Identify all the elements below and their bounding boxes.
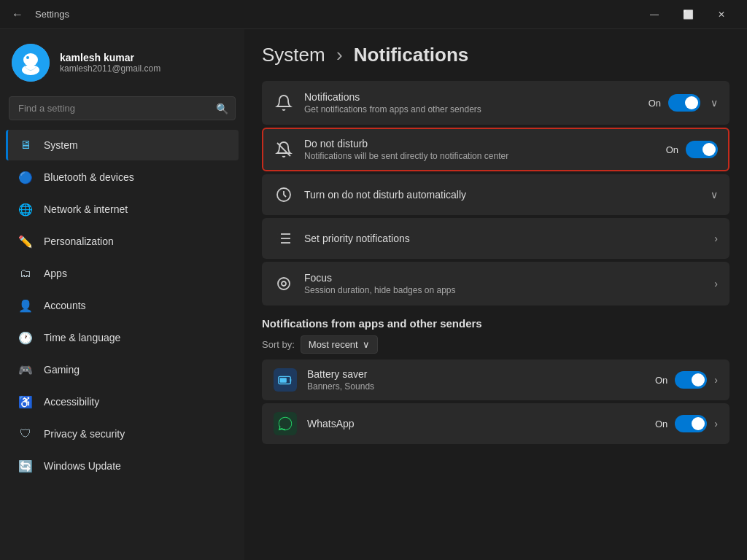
sidebar: kamlesh kumar kamlesh2011@gmail.com 🔍 🖥 … bbox=[0, 29, 244, 560]
titlebar: ← Settings — ⬜ ✕ bbox=[0, 0, 747, 29]
app-title: Settings bbox=[35, 9, 69, 20]
auto-dnd-title: Turn on do not disturb automatically bbox=[304, 189, 697, 201]
focus-icon bbox=[274, 273, 294, 294]
sort-select[interactable]: Most recent ∨ bbox=[301, 335, 378, 354]
focus-setting[interactable]: Focus Session duration, hide badges on a… bbox=[262, 262, 729, 306]
priority-arrow-icon[interactable]: › bbox=[714, 233, 718, 244]
nav-accessibility[interactable]: ♿ Accessibility bbox=[6, 386, 239, 417]
auto-dnd-setting[interactable]: Turn on do not disturb automatically ∨ bbox=[262, 174, 729, 215]
focus-title: Focus bbox=[304, 272, 704, 284]
dnd-desc: Notifications will be sent directly to n… bbox=[304, 151, 656, 161]
priority-title: Set priority notifications bbox=[304, 233, 704, 244]
focus-controls: › bbox=[714, 278, 718, 289]
svg-point-1 bbox=[23, 53, 38, 66]
nav-privacy[interactable]: 🛡 Privacy & security bbox=[6, 419, 239, 449]
notifications-chevron-icon[interactable]: ∨ bbox=[711, 97, 718, 109]
nav-label-apps: Apps bbox=[44, 268, 67, 279]
dnd-toggle[interactable] bbox=[686, 141, 718, 158]
nav-label-time: Time & language bbox=[44, 332, 120, 343]
nav-accounts[interactable]: 👤 Accounts bbox=[6, 290, 239, 321]
breadcrumb-current: Notifications bbox=[354, 44, 468, 66]
breadcrumb-parent[interactable]: System bbox=[262, 44, 325, 66]
whatsapp-arrow-icon[interactable]: › bbox=[714, 418, 718, 429]
breadcrumb: System › Notifications bbox=[262, 44, 729, 66]
whatsapp-controls: On › bbox=[655, 415, 718, 432]
battery-saver-name: Battery saver bbox=[307, 368, 645, 380]
accessibility-icon: ♿ bbox=[18, 394, 34, 410]
svg-rect-15 bbox=[280, 378, 287, 382]
update-icon: 🔄 bbox=[18, 458, 34, 474]
sort-label: Sort by: bbox=[262, 339, 295, 350]
window-controls: — ⬜ ✕ bbox=[638, 0, 738, 29]
maximize-button[interactable]: ⬜ bbox=[671, 0, 705, 29]
nav-bluetooth[interactable]: 🔵 Bluetooth & devices bbox=[6, 162, 239, 192]
battery-saver-on-label: On bbox=[655, 375, 667, 386]
close-button[interactable]: ✕ bbox=[705, 0, 738, 29]
nav-system[interactable]: 🖥 System bbox=[6, 130, 239, 160]
whatsapp-toggle[interactable] bbox=[675, 415, 707, 432]
battery-saver-controls: On › bbox=[655, 371, 718, 389]
avatar bbox=[12, 44, 50, 82]
battery-saver-toggle[interactable] bbox=[675, 371, 707, 389]
search-box: 🔍 bbox=[9, 96, 236, 120]
whatsapp-on-label: On bbox=[655, 419, 667, 429]
auto-dnd-chevron-icon[interactable]: ∨ bbox=[711, 189, 718, 201]
nav-gaming[interactable]: 🎮 Gaming bbox=[6, 354, 239, 385]
svg-point-13 bbox=[278, 278, 290, 289]
battery-saver-desc: Banners, Sounds bbox=[307, 381, 645, 392]
do-not-disturb-setting[interactable]: Do not disturb Notifications will be sen… bbox=[262, 128, 729, 171]
nav-label-network: Network & internet bbox=[44, 203, 128, 215]
accounts-icon: 👤 bbox=[18, 298, 34, 314]
nav-personalization[interactable]: ✏️ Personalization bbox=[6, 226, 239, 257]
focus-arrow-icon[interactable]: › bbox=[714, 278, 718, 289]
auto-dnd-controls: ∨ bbox=[708, 189, 718, 201]
nav-time[interactable]: 🕐 Time & language bbox=[6, 322, 239, 353]
nav-label-update: Windows Update bbox=[44, 460, 121, 472]
app-container: kamlesh kumar kamlesh2011@gmail.com 🔍 🖥 … bbox=[0, 29, 747, 560]
clock-icon bbox=[274, 184, 294, 205]
user-profile[interactable]: kamlesh kumar kamlesh2011@gmail.com bbox=[0, 29, 244, 96]
battery-icon bbox=[274, 368, 297, 392]
network-icon: 🌐 bbox=[18, 201, 34, 217]
nav-apps[interactable]: 🗂 Apps bbox=[6, 258, 239, 289]
personalization-icon: ✏️ bbox=[18, 233, 34, 249]
notifications-text: Notifications Get notifications from app… bbox=[304, 91, 638, 114]
time-icon: 🕐 bbox=[18, 330, 34, 346]
nav-update[interactable]: 🔄 Windows Update bbox=[6, 451, 239, 481]
notifications-desc: Get notifications from apps and other se… bbox=[304, 104, 638, 114]
nav-label-gaming: Gaming bbox=[44, 364, 80, 376]
dnd-on-label: On bbox=[666, 144, 678, 155]
svg-point-2 bbox=[26, 56, 29, 59]
gaming-icon: 🎮 bbox=[18, 362, 34, 378]
notifications-toggle[interactable] bbox=[668, 94, 700, 112]
battery-saver-text: Battery saver Banners, Sounds bbox=[307, 368, 645, 392]
notifications-controls: On ∨ bbox=[649, 94, 718, 112]
notifications-title: Notifications bbox=[304, 91, 638, 103]
bluetooth-icon: 🔵 bbox=[18, 169, 34, 185]
whatsapp-name: WhatsApp bbox=[307, 418, 645, 429]
priority-setting[interactable]: Set priority notifications › bbox=[262, 218, 729, 259]
main-content: System › Notifications Notifications Get… bbox=[244, 29, 747, 560]
whatsapp-row[interactable]: WhatsApp On › bbox=[262, 403, 729, 444]
search-icon: 🔍 bbox=[216, 103, 228, 114]
nav-label-accessibility: Accessibility bbox=[44, 396, 99, 408]
sort-value: Most recent bbox=[309, 339, 358, 350]
svg-point-12 bbox=[282, 281, 286, 286]
priority-controls: › bbox=[714, 233, 718, 244]
breadcrumb-separator: › bbox=[336, 44, 348, 66]
priority-text: Set priority notifications bbox=[304, 233, 704, 244]
back-button[interactable]: ← bbox=[9, 8, 26, 21]
system-icon: 🖥 bbox=[18, 137, 34, 153]
search-input[interactable] bbox=[9, 96, 236, 120]
user-name: kamlesh kumar bbox=[60, 52, 160, 63]
notifications-setting[interactable]: Notifications Get notifications from app… bbox=[262, 81, 729, 125]
nav-label-privacy: Privacy & security bbox=[44, 428, 125, 440]
battery-saver-arrow-icon[interactable]: › bbox=[714, 374, 718, 386]
minimize-button[interactable]: — bbox=[638, 0, 671, 29]
focus-text: Focus Session duration, hide badges on a… bbox=[304, 272, 704, 295]
battery-saver-row[interactable]: Battery saver Banners, Sounds On › bbox=[262, 359, 729, 400]
whatsapp-icon bbox=[274, 412, 297, 435]
nav-label-system: System bbox=[44, 139, 78, 151]
nav-network[interactable]: 🌐 Network & internet bbox=[6, 194, 239, 225]
settings-list: Notifications Get notifications from app… bbox=[262, 81, 729, 306]
